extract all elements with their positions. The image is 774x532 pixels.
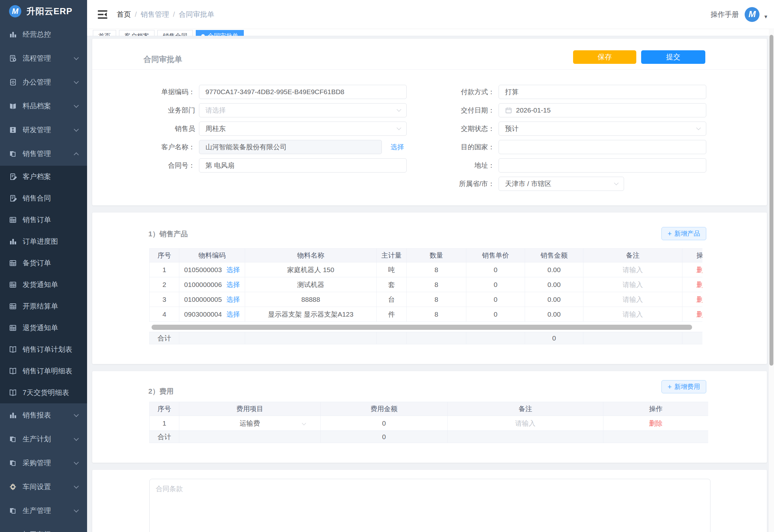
products-section-title: 1）销售产品	[148, 229, 188, 239]
tab-home[interactable]: 首页	[93, 30, 116, 36]
remark-input[interactable]: 请输入	[623, 266, 643, 273]
salesman-value: 周桂东	[205, 124, 226, 133]
document-clock-icon	[9, 54, 17, 62]
fees-card: 2）费用 + 新增费用 序号 费用项目 费用金额 备注	[92, 371, 767, 463]
remark-input[interactable]: 请输入	[623, 296, 643, 303]
payment-input[interactable]	[499, 85, 706, 99]
submit-button[interactable]: 提交	[641, 50, 705, 64]
delete-row-link[interactable]: 删除	[697, 296, 703, 303]
dest-country-input[interactable]	[499, 140, 706, 154]
sidebar-item-7day-delivery-detail[interactable]: 7天交货明细表	[0, 382, 87, 403]
sidebar-item-sales-report[interactable]: 销售报表	[0, 403, 87, 427]
logo-icon: M	[9, 5, 21, 17]
add-product-button[interactable]: + 新增产品	[661, 227, 706, 240]
add-fee-button[interactable]: + 新增费用	[661, 380, 706, 393]
breadcrumb-home[interactable]: 首页	[117, 10, 131, 19]
pick-material-link[interactable]: 选择	[226, 265, 240, 274]
products-card: 1）销售产品 + 新增产品 序号 物料编码 物料名称	[92, 212, 767, 364]
sidebar-item-business-overview[interactable]: 经营总控	[0, 23, 87, 46]
horizontal-scrollbar-thumb[interactable]	[152, 325, 692, 330]
product-row: 4 0903000004 选择 显示器支架 显示器支架A123 件 8 0 0.…	[150, 307, 703, 322]
tab-customer-archive[interactable]: 客户档案	[119, 30, 154, 36]
chevron-down-icon	[696, 125, 701, 130]
sidebar-item-office-mgmt[interactable]: 办公管理	[0, 70, 87, 94]
product-row: 1 0105000003 选择 家庭机器人 150 吨 8 0 0.00 请输入	[150, 262, 703, 277]
sidebar-item-workshop-settings[interactable]: 车间设置	[0, 475, 87, 499]
address-input[interactable]	[499, 158, 706, 172]
sidebar-item-production-mgmt[interactable]: 生产管理	[0, 499, 87, 523]
sidebar-item-sales-contract[interactable]: 销售合同	[0, 187, 87, 209]
sidebar-item-invoice-settlement[interactable]: 开票结算单	[0, 295, 87, 317]
doc-code-input[interactable]	[199, 85, 407, 99]
remark-input[interactable]: 请输入	[623, 281, 643, 288]
product-row: 3 0100000005 选择 88888 台 8 0 0.00 请输入	[150, 292, 703, 307]
sidebar-item-sales-order-plan[interactable]: 销售订单计划表	[0, 339, 87, 360]
sidebar-item-purchase-mgmt[interactable]: 采购管理	[0, 451, 87, 475]
sidebar-item-sales-order[interactable]: 销售订单	[0, 209, 87, 231]
delete-row-link[interactable]: 删除	[697, 281, 703, 288]
sidebar-item-label: 车间设置	[23, 482, 51, 492]
col-material-code: 物料编码	[179, 249, 245, 262]
open-book-icon	[9, 346, 17, 353]
contract-terms-textarea[interactable]	[149, 479, 710, 532]
bar-chart-icon	[9, 238, 17, 245]
sidebar-item-material-archive[interactable]: 料品档案	[0, 94, 87, 118]
fee-amount: 0	[321, 416, 448, 431]
sidebar-item-sales-mgmt[interactable]: 销售管理	[0, 142, 87, 166]
material-code: 0105000003	[184, 266, 222, 274]
delivery-date-picker[interactable]: 2026-01-15	[499, 103, 706, 117]
delete-row-link[interactable]: 删除	[649, 419, 663, 427]
pick-material-link[interactable]: 选择	[226, 280, 240, 289]
menu-fold-icon[interactable]	[97, 9, 108, 20]
vertical-scrollbar-thumb[interactable]	[769, 35, 773, 366]
total-amount: 0	[525, 332, 583, 344]
col-unit: 主计量	[377, 249, 407, 262]
user-avatar[interactable]: M	[745, 7, 759, 22]
top-header: 首页 / 销售管理 / 合同审批单 操作手册 M ▼	[87, 0, 774, 29]
caret-down-icon[interactable]: ▼	[763, 14, 768, 19]
sidebar-item-return-notice[interactable]: 退货通知单	[0, 317, 87, 339]
col-fee-amount: 费用金额	[321, 402, 448, 416]
customer-pick-link[interactable]: 选择	[391, 143, 404, 152]
sidebar-item-production-plan[interactable]: 生产计划	[0, 427, 87, 451]
fees-section-title: 2）费用	[148, 387, 174, 396]
app-logo: M 升阳云ERP	[0, 0, 87, 23]
sidebar-item-process-mgmt[interactable]: 流程管理	[0, 46, 87, 70]
pick-material-link[interactable]: 选择	[226, 310, 240, 319]
sidebar-item-sales-order-detail[interactable]: 销售订单明细表	[0, 360, 87, 382]
remark-input[interactable]: 请输入	[623, 310, 643, 318]
salesman-select[interactable]: 周桂东	[199, 122, 407, 136]
delivery-status-select[interactable]: 预计	[499, 122, 706, 136]
pick-material-link[interactable]: 选择	[226, 295, 240, 304]
breadcrumb-separator: /	[135, 10, 137, 19]
contract-no-label: 合同号：	[136, 161, 199, 170]
manual-link[interactable]: 操作手册	[710, 10, 739, 19]
material-name: 88888	[245, 292, 377, 307]
tab-contract-approval[interactable]: 合同审批单	[196, 30, 244, 36]
breadcrumb-separator: /	[173, 10, 175, 19]
sidebar-item-label: 销售订单	[23, 215, 51, 225]
delete-row-link[interactable]: 删除	[697, 310, 703, 318]
fees-total-row: 合计 0	[150, 431, 709, 443]
total-label: 合计	[150, 431, 179, 443]
sidebar-item-stock-order[interactable]: 备货订单	[0, 252, 87, 274]
sidebar-item-shipping-notice[interactable]: 发货通知单	[0, 274, 87, 295]
remark-input[interactable]: 请输入	[515, 419, 536, 427]
sidebar-item-rnd-mgmt[interactable]: 研发管理	[0, 118, 87, 142]
sidebar-item-customer-archive[interactable]: 客户档案	[0, 166, 87, 187]
province-select[interactable]: 天津市 / 市辖区	[499, 177, 624, 191]
add-fee-label: 新增费用	[674, 382, 700, 391]
tab-sales-contract[interactable]: 销售合同	[157, 30, 193, 36]
sidebar-item-order-progress[interactable]: 订单进度图	[0, 231, 87, 252]
delivery-status-value: 预计	[505, 124, 519, 133]
delivery-status-label: 交期状态：	[436, 124, 499, 133]
delete-row-link[interactable]: 删除	[697, 266, 703, 273]
save-button[interactable]: 保存	[573, 50, 636, 64]
sidebar-item-processing-workshop[interactable]: 加工车间	[0, 523, 87, 532]
products-total-row: 合计 0	[150, 332, 703, 344]
dept-select[interactable]: 请选择	[199, 103, 407, 117]
fee-item-select[interactable]: 运输费	[179, 416, 321, 431]
contract-no-input[interactable]	[199, 158, 407, 172]
dest-country-label: 目的国家：	[436, 143, 499, 152]
chevron-up-icon	[74, 152, 79, 157]
